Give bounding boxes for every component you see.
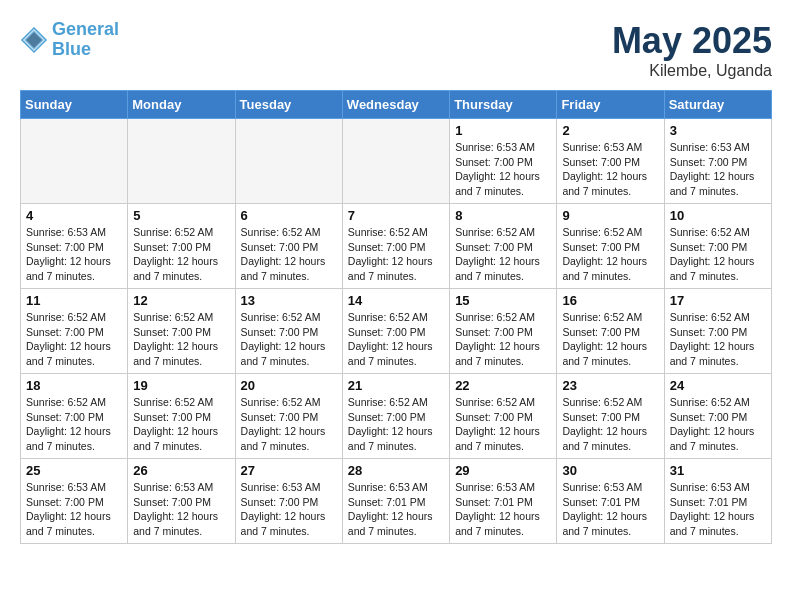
day-number: 1 xyxy=(455,123,551,138)
day-info: Sunrise: 6:52 AM Sunset: 7:00 PM Dayligh… xyxy=(26,395,122,454)
logo-general: General xyxy=(52,19,119,39)
week-row-3: 11Sunrise: 6:52 AM Sunset: 7:00 PM Dayli… xyxy=(21,289,772,374)
day-info: Sunrise: 6:53 AM Sunset: 7:00 PM Dayligh… xyxy=(26,225,122,284)
calendar-cell xyxy=(342,119,449,204)
day-number: 2 xyxy=(562,123,658,138)
calendar-cell: 15Sunrise: 6:52 AM Sunset: 7:00 PM Dayli… xyxy=(450,289,557,374)
day-info: Sunrise: 6:52 AM Sunset: 7:00 PM Dayligh… xyxy=(133,395,229,454)
calendar-cell: 17Sunrise: 6:52 AM Sunset: 7:00 PM Dayli… xyxy=(664,289,771,374)
day-number: 10 xyxy=(670,208,766,223)
day-number: 8 xyxy=(455,208,551,223)
calendar-cell: 5Sunrise: 6:52 AM Sunset: 7:00 PM Daylig… xyxy=(128,204,235,289)
day-number: 20 xyxy=(241,378,337,393)
day-info: Sunrise: 6:53 AM Sunset: 7:00 PM Dayligh… xyxy=(670,140,766,199)
day-info: Sunrise: 6:52 AM Sunset: 7:00 PM Dayligh… xyxy=(562,310,658,369)
calendar-cell: 19Sunrise: 6:52 AM Sunset: 7:00 PM Dayli… xyxy=(128,374,235,459)
day-info: Sunrise: 6:52 AM Sunset: 7:00 PM Dayligh… xyxy=(670,225,766,284)
location-subtitle: Kilembe, Uganda xyxy=(612,62,772,80)
day-info: Sunrise: 6:52 AM Sunset: 7:00 PM Dayligh… xyxy=(670,310,766,369)
day-number: 29 xyxy=(455,463,551,478)
calendar-table: SundayMondayTuesdayWednesdayThursdayFrid… xyxy=(20,90,772,544)
calendar-cell: 6Sunrise: 6:52 AM Sunset: 7:00 PM Daylig… xyxy=(235,204,342,289)
day-info: Sunrise: 6:53 AM Sunset: 7:01 PM Dayligh… xyxy=(348,480,444,539)
day-number: 12 xyxy=(133,293,229,308)
day-info: Sunrise: 6:52 AM Sunset: 7:00 PM Dayligh… xyxy=(348,225,444,284)
week-row-1: 1Sunrise: 6:53 AM Sunset: 7:00 PM Daylig… xyxy=(21,119,772,204)
calendar-cell: 28Sunrise: 6:53 AM Sunset: 7:01 PM Dayli… xyxy=(342,459,449,544)
day-number: 28 xyxy=(348,463,444,478)
day-number: 31 xyxy=(670,463,766,478)
day-number: 11 xyxy=(26,293,122,308)
day-number: 27 xyxy=(241,463,337,478)
calendar-cell: 7Sunrise: 6:52 AM Sunset: 7:00 PM Daylig… xyxy=(342,204,449,289)
day-number: 18 xyxy=(26,378,122,393)
calendar-cell: 29Sunrise: 6:53 AM Sunset: 7:01 PM Dayli… xyxy=(450,459,557,544)
calendar-cell: 27Sunrise: 6:53 AM Sunset: 7:00 PM Dayli… xyxy=(235,459,342,544)
day-number: 6 xyxy=(241,208,337,223)
day-info: Sunrise: 6:52 AM Sunset: 7:00 PM Dayligh… xyxy=(348,310,444,369)
calendar-cell: 13Sunrise: 6:52 AM Sunset: 7:00 PM Dayli… xyxy=(235,289,342,374)
col-header-tuesday: Tuesday xyxy=(235,91,342,119)
day-number: 19 xyxy=(133,378,229,393)
day-info: Sunrise: 6:52 AM Sunset: 7:00 PM Dayligh… xyxy=(241,225,337,284)
calendar-cell: 9Sunrise: 6:52 AM Sunset: 7:00 PM Daylig… xyxy=(557,204,664,289)
week-row-5: 25Sunrise: 6:53 AM Sunset: 7:00 PM Dayli… xyxy=(21,459,772,544)
calendar-cell: 10Sunrise: 6:52 AM Sunset: 7:00 PM Dayli… xyxy=(664,204,771,289)
day-info: Sunrise: 6:52 AM Sunset: 7:00 PM Dayligh… xyxy=(133,225,229,284)
day-info: Sunrise: 6:52 AM Sunset: 7:00 PM Dayligh… xyxy=(455,225,551,284)
day-info: Sunrise: 6:52 AM Sunset: 7:00 PM Dayligh… xyxy=(562,225,658,284)
day-number: 15 xyxy=(455,293,551,308)
logo-blue: Blue xyxy=(52,39,91,59)
day-number: 14 xyxy=(348,293,444,308)
day-number: 17 xyxy=(670,293,766,308)
day-info: Sunrise: 6:52 AM Sunset: 7:00 PM Dayligh… xyxy=(348,395,444,454)
calendar-cell: 2Sunrise: 6:53 AM Sunset: 7:00 PM Daylig… xyxy=(557,119,664,204)
day-info: Sunrise: 6:53 AM Sunset: 7:01 PM Dayligh… xyxy=(562,480,658,539)
calendar-cell xyxy=(235,119,342,204)
day-info: Sunrise: 6:52 AM Sunset: 7:00 PM Dayligh… xyxy=(455,395,551,454)
calendar-cell: 20Sunrise: 6:52 AM Sunset: 7:00 PM Dayli… xyxy=(235,374,342,459)
calendar-cell: 16Sunrise: 6:52 AM Sunset: 7:00 PM Dayli… xyxy=(557,289,664,374)
day-number: 16 xyxy=(562,293,658,308)
day-info: Sunrise: 6:53 AM Sunset: 7:01 PM Dayligh… xyxy=(455,480,551,539)
day-info: Sunrise: 6:53 AM Sunset: 7:00 PM Dayligh… xyxy=(133,480,229,539)
day-info: Sunrise: 6:53 AM Sunset: 7:00 PM Dayligh… xyxy=(562,140,658,199)
day-number: 9 xyxy=(562,208,658,223)
day-number: 25 xyxy=(26,463,122,478)
day-info: Sunrise: 6:52 AM Sunset: 7:00 PM Dayligh… xyxy=(26,310,122,369)
col-header-wednesday: Wednesday xyxy=(342,91,449,119)
day-number: 26 xyxy=(133,463,229,478)
calendar-cell xyxy=(21,119,128,204)
calendar-cell: 30Sunrise: 6:53 AM Sunset: 7:01 PM Dayli… xyxy=(557,459,664,544)
week-row-4: 18Sunrise: 6:52 AM Sunset: 7:00 PM Dayli… xyxy=(21,374,772,459)
day-info: Sunrise: 6:53 AM Sunset: 7:00 PM Dayligh… xyxy=(26,480,122,539)
day-info: Sunrise: 6:52 AM Sunset: 7:00 PM Dayligh… xyxy=(455,310,551,369)
calendar-cell: 24Sunrise: 6:52 AM Sunset: 7:00 PM Dayli… xyxy=(664,374,771,459)
calendar-cell: 4Sunrise: 6:53 AM Sunset: 7:00 PM Daylig… xyxy=(21,204,128,289)
day-number: 23 xyxy=(562,378,658,393)
calendar-cell: 12Sunrise: 6:52 AM Sunset: 7:00 PM Dayli… xyxy=(128,289,235,374)
day-info: Sunrise: 6:53 AM Sunset: 7:00 PM Dayligh… xyxy=(455,140,551,199)
day-info: Sunrise: 6:53 AM Sunset: 7:01 PM Dayligh… xyxy=(670,480,766,539)
calendar-cell xyxy=(128,119,235,204)
logo: General Blue xyxy=(20,20,119,60)
day-number: 7 xyxy=(348,208,444,223)
day-number: 30 xyxy=(562,463,658,478)
calendar-header-row: SundayMondayTuesdayWednesdayThursdayFrid… xyxy=(21,91,772,119)
calendar-cell: 25Sunrise: 6:53 AM Sunset: 7:00 PM Dayli… xyxy=(21,459,128,544)
day-info: Sunrise: 6:52 AM Sunset: 7:00 PM Dayligh… xyxy=(133,310,229,369)
calendar-cell: 26Sunrise: 6:53 AM Sunset: 7:00 PM Dayli… xyxy=(128,459,235,544)
calendar-cell: 8Sunrise: 6:52 AM Sunset: 7:00 PM Daylig… xyxy=(450,204,557,289)
col-header-thursday: Thursday xyxy=(450,91,557,119)
calendar-cell: 11Sunrise: 6:52 AM Sunset: 7:00 PM Dayli… xyxy=(21,289,128,374)
day-number: 5 xyxy=(133,208,229,223)
calendar-cell: 1Sunrise: 6:53 AM Sunset: 7:00 PM Daylig… xyxy=(450,119,557,204)
col-header-saturday: Saturday xyxy=(664,91,771,119)
day-number: 22 xyxy=(455,378,551,393)
day-number: 21 xyxy=(348,378,444,393)
month-title: May 2025 xyxy=(612,20,772,62)
calendar-cell: 14Sunrise: 6:52 AM Sunset: 7:00 PM Dayli… xyxy=(342,289,449,374)
day-number: 3 xyxy=(670,123,766,138)
day-info: Sunrise: 6:52 AM Sunset: 7:00 PM Dayligh… xyxy=(241,395,337,454)
page-header: General Blue May 2025 Kilembe, Uganda xyxy=(20,20,772,80)
